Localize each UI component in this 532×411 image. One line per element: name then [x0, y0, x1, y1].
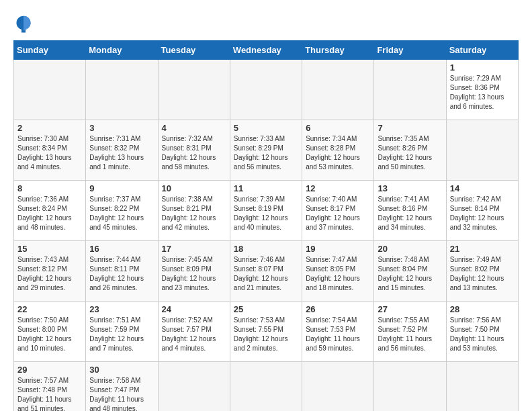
day-cell-5: 5 Sunrise: 7:33 AMSunset: 8:29 PMDayligh…	[230, 120, 302, 181]
col-header-friday: Friday	[374, 41, 446, 60]
col-header-thursday: Thursday	[302, 41, 374, 60]
empty-cell	[158, 60, 230, 120]
day-cell-12: 12 Sunrise: 7:40 AMSunset: 8:17 PMDaylig…	[302, 181, 374, 241]
day-cell-17: 17 Sunrise: 7:45 AMSunset: 8:09 PMDaylig…	[158, 241, 230, 302]
col-header-sunday: Sunday	[14, 41, 86, 60]
empty-cell	[230, 362, 302, 412]
day-cell-26: 26 Sunrise: 7:54 AMSunset: 7:53 PMDaylig…	[302, 302, 374, 362]
day-cell-13: 13 Sunrise: 7:41 AMSunset: 8:16 PMDaylig…	[374, 181, 446, 241]
day-cell-28: 28 Sunrise: 7:56 AMSunset: 7:50 PMDaylig…	[446, 302, 518, 362]
day-cell-7: 7 Sunrise: 7:35 AMSunset: 8:26 PMDayligh…	[374, 120, 446, 181]
calendar-table: SundayMondayTuesdayWednesdayThursdayFrid…	[13, 40, 519, 411]
day-cell-10: 10 Sunrise: 7:38 AMSunset: 8:21 PMDaylig…	[158, 181, 230, 241]
day-cell-18: 18 Sunrise: 7:46 AMSunset: 8:07 PMDaylig…	[230, 241, 302, 302]
day-cell-20: 20 Sunrise: 7:48 AMSunset: 8:04 PMDaylig…	[374, 241, 446, 302]
day-cell-8: 8 Sunrise: 7:36 AMSunset: 8:24 PMDayligh…	[14, 181, 86, 241]
day-cell-3: 3 Sunrise: 7:31 AMSunset: 8:32 PMDayligh…	[86, 120, 158, 181]
day-cell-30: 30 Sunrise: 7:58 AMSunset: 7:47 PMDaylig…	[86, 362, 158, 412]
day-cell-14: 14 Sunrise: 7:42 AMSunset: 8:14 PMDaylig…	[446, 181, 518, 241]
day-cell-23: 23 Sunrise: 7:51 AMSunset: 7:59 PMDaylig…	[86, 302, 158, 362]
col-header-tuesday: Tuesday	[158, 41, 230, 60]
day-cell-2: 2 Sunrise: 7:30 AMSunset: 8:34 PMDayligh…	[14, 120, 86, 181]
day-cell-6: 6 Sunrise: 7:34 AMSunset: 8:28 PMDayligh…	[302, 120, 374, 181]
empty-cell	[446, 362, 518, 412]
empty-cell	[14, 60, 86, 120]
day-cell-11: 11 Sunrise: 7:39 AMSunset: 8:19 PMDaylig…	[230, 181, 302, 241]
day-cell-15: 15 Sunrise: 7:43 AMSunset: 8:12 PMDaylig…	[14, 241, 86, 302]
day-cell-22: 22 Sunrise: 7:50 AMSunset: 8:00 PMDaylig…	[14, 302, 86, 362]
day-cell-9: 9 Sunrise: 7:37 AMSunset: 8:22 PMDayligh…	[86, 181, 158, 241]
col-header-monday: Monday	[86, 41, 158, 60]
logo-icon	[13, 13, 34, 34]
empty-cell	[374, 60, 446, 120]
empty-cell	[86, 60, 158, 120]
day-cell-21: 21 Sunrise: 7:49 AMSunset: 8:02 PMDaylig…	[446, 241, 518, 302]
empty-cell	[230, 60, 302, 120]
day-cell-4: 4 Sunrise: 7:32 AMSunset: 8:31 PMDayligh…	[158, 120, 230, 181]
day-cell-19: 19 Sunrise: 7:47 AMSunset: 8:05 PMDaylig…	[302, 241, 374, 302]
empty-cell	[302, 60, 374, 120]
day-cell-27: 27 Sunrise: 7:55 AMSunset: 7:52 PMDaylig…	[374, 302, 446, 362]
empty-cell	[374, 362, 446, 412]
day-cell-29: 29 Sunrise: 7:57 AMSunset: 7:48 PMDaylig…	[14, 362, 86, 412]
empty-cell	[446, 120, 518, 181]
day-cell-1: 1 Sunrise: 7:29 AMSunset: 8:36 PMDayligh…	[446, 60, 518, 120]
col-header-wednesday: Wednesday	[230, 41, 302, 60]
day-cell-24: 24 Sunrise: 7:52 AMSunset: 7:57 PMDaylig…	[158, 302, 230, 362]
logo	[13, 13, 36, 34]
page-header	[13, 13, 519, 34]
day-cell-25: 25 Sunrise: 7:53 AMSunset: 7:55 PMDaylig…	[230, 302, 302, 362]
day-cell-16: 16 Sunrise: 7:44 AMSunset: 8:11 PMDaylig…	[86, 241, 158, 302]
empty-cell	[158, 362, 230, 412]
empty-cell	[302, 362, 374, 412]
col-header-saturday: Saturday	[446, 41, 518, 60]
